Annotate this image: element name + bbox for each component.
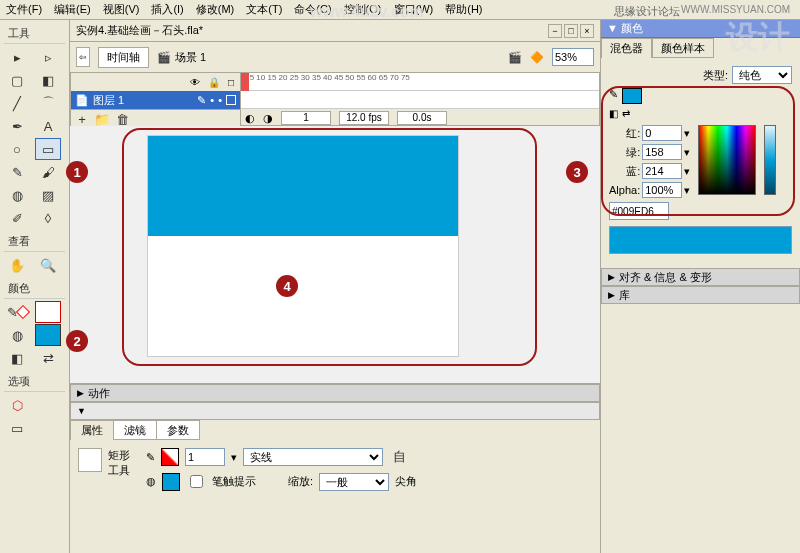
menu-file[interactable]: 文件(F) <box>6 2 42 17</box>
menu-insert[interactable]: 插入(I) <box>151 2 183 17</box>
fps-display: 12.0 fps <box>339 111 389 125</box>
zoom-tool[interactable]: 🔍 <box>35 254 61 276</box>
playhead[interactable] <box>241 73 249 91</box>
fill-chip[interactable] <box>35 324 61 346</box>
new-folder-button[interactable]: 📁 <box>93 112 111 126</box>
options-title: 选项 <box>4 372 65 392</box>
library-panel-header[interactable]: ▶库 <box>601 286 800 304</box>
gradient-tool[interactable]: ◧ <box>35 69 61 91</box>
onion-icon[interactable]: ◐ <box>245 112 255 125</box>
tab-swatches[interactable]: 颜色样本 <box>652 38 714 58</box>
subselect-tool[interactable]: ▹ <box>35 46 61 68</box>
current-frame: 1 <box>281 111 331 125</box>
line-style-select[interactable]: 实线 <box>243 448 383 466</box>
lock-icon[interactable]: 🔒 <box>208 77 220 88</box>
free-transform-tool[interactable]: ▢ <box>4 69 30 91</box>
view-title: 查看 <box>4 232 65 252</box>
menu-bar: 文件(F) 编辑(E) 视图(V) 插入(I) 修改(M) 文本(T) 命令(C… <box>0 0 800 20</box>
minimize-button[interactable]: − <box>548 24 562 38</box>
edit-symbol-icon[interactable]: 🔶 <box>530 51 544 64</box>
scale-select[interactable]: 一般 <box>319 473 389 491</box>
blue-rectangle[interactable] <box>148 136 458 236</box>
type-select[interactable]: 纯色 <box>732 66 792 84</box>
fill-swatch[interactable] <box>162 473 180 491</box>
actions-header[interactable]: ▶动作 <box>70 384 600 402</box>
stroke-color[interactable]: ✎ <box>4 301 30 323</box>
menu-control[interactable]: 控制(O) <box>344 2 382 17</box>
pencil-tool[interactable]: ✎ <box>4 161 30 183</box>
text-tool[interactable]: A <box>35 115 61 137</box>
rectangle-tool[interactable]: ▭ <box>35 138 61 160</box>
annotation-4: 4 <box>276 275 298 297</box>
brush-tool[interactable]: 🖌 <box>35 161 61 183</box>
tab-params[interactable]: 参数 <box>156 420 200 440</box>
align-panel-header[interactable]: ▶对齐 & 信息 & 变形 <box>601 268 800 286</box>
annotation-3: 3 <box>566 161 588 183</box>
forum-url: WWW.MISSYUAN.COM <box>681 4 790 15</box>
stroke-slider[interactable]: ▾ <box>231 451 237 464</box>
chevron-right-icon: ▶ <box>77 388 84 398</box>
swap-colors[interactable]: ⇄ <box>35 347 61 369</box>
lasso-tool[interactable]: ⌒ <box>35 92 61 114</box>
fill-color[interactable]: ◍ <box>4 324 30 346</box>
edit-scene-icon[interactable]: 🎬 <box>508 51 522 64</box>
zoom-input[interactable] <box>552 48 594 66</box>
scene-selector[interactable]: 🎬 场景 1 <box>157 50 206 65</box>
option4-tool[interactable] <box>35 417 61 439</box>
line-tool[interactable]: ╱ <box>4 92 30 114</box>
color-panel-header[interactable]: ▼ 颜色 <box>601 20 800 38</box>
scale-label: 缩放: <box>288 474 313 489</box>
menu-modify[interactable]: 修改(M) <box>196 2 235 17</box>
bw-icon[interactable]: ◧ <box>4 347 30 369</box>
custom-button[interactable]: 自 <box>389 448 409 466</box>
pencil-prop-icon: ✎ <box>146 451 155 464</box>
menu-commands[interactable]: 命令(C) <box>294 2 331 17</box>
brush-hint-checkbox[interactable] <box>190 475 203 488</box>
menu-edit[interactable]: 编辑(E) <box>54 2 91 17</box>
ink-bottle-tool[interactable]: ◍ <box>4 184 30 206</box>
stroke-chip[interactable] <box>35 301 61 323</box>
eye-icon[interactable]: 👁 <box>190 77 200 88</box>
option3-tool[interactable]: ▭ <box>4 417 30 439</box>
tab-properties[interactable]: 属性 <box>70 420 114 440</box>
snap-tool[interactable]: ⬡ <box>4 394 30 416</box>
close-button[interactable]: × <box>580 24 594 38</box>
outline-swatch <box>226 95 236 105</box>
pen-tool[interactable]: ✒ <box>4 115 30 137</box>
pencil-icon: ✎ <box>197 94 206 107</box>
colors-title: 颜色 <box>4 279 65 299</box>
timeline-panel: 👁 🔒 □ 📄 图层 1 ✎ •• + 📁 🗑 <box>70 72 600 126</box>
menu-window[interactable]: 窗口(W) <box>394 2 434 17</box>
menu-help[interactable]: 帮助(H) <box>445 2 482 17</box>
color-picker[interactable] <box>698 125 756 195</box>
hand-tool[interactable]: ✋ <box>4 254 30 276</box>
menu-text[interactable]: 文本(T) <box>246 2 282 17</box>
scene-toolbar: ⇦ 时间轴 🎬 场景 1 🎬 🔶 <box>70 42 600 72</box>
stroke-width-input[interactable] <box>185 448 225 466</box>
onion-edit-icon[interactable]: ◑ <box>263 112 273 125</box>
tab-mixer[interactable]: 混色器 <box>601 38 652 58</box>
outline-icon[interactable]: □ <box>228 77 234 88</box>
time-display: 0.0s <box>397 111 447 125</box>
stage[interactable] <box>148 136 458 356</box>
delete-layer-button[interactable]: 🗑 <box>113 112 131 126</box>
menu-view[interactable]: 视图(V) <box>103 2 140 17</box>
restore-button[interactable]: □ <box>564 24 578 38</box>
frame-ruler[interactable]: 1 5 10 15 20 25 30 35 40 45 50 55 60 65 … <box>241 73 599 82</box>
layer-row[interactable]: 📄 图层 1 ✎ •• <box>71 91 240 109</box>
properties-header[interactable]: ▼ <box>70 402 600 420</box>
paint-bucket-tool[interactable]: ▨ <box>35 184 61 206</box>
back-button[interactable]: ⇦ <box>76 47 90 67</box>
stroke-swatch[interactable] <box>161 448 179 466</box>
layer-icon: 📄 <box>75 94 89 107</box>
new-layer-button[interactable]: + <box>73 112 91 126</box>
oval-tool[interactable]: ○ <box>4 138 30 160</box>
eyedropper-tool[interactable]: ✐ <box>4 207 30 229</box>
option2-tool[interactable] <box>35 394 61 416</box>
tool-label-2: 工具 <box>108 463 130 478</box>
eraser-tool[interactable]: ◊ <box>35 207 61 229</box>
selection-tool[interactable]: ▸ <box>4 46 30 68</box>
timeline-button[interactable]: 时间轴 <box>98 47 149 68</box>
tab-filters[interactable]: 滤镜 <box>113 420 157 440</box>
frame-track[interactable] <box>241 91 599 109</box>
